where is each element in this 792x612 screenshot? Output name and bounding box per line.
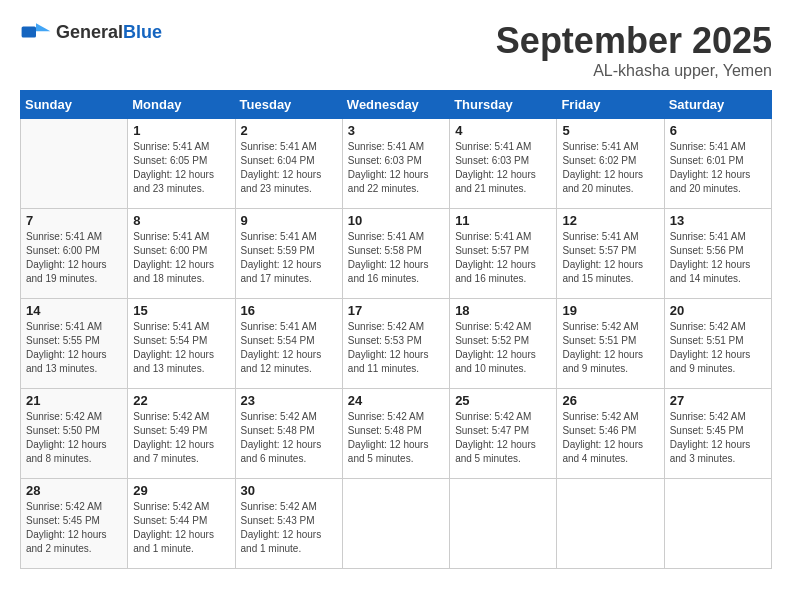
calendar-week-row: 21Sunrise: 5:42 AM Sunset: 5:50 PM Dayli… xyxy=(21,389,772,479)
calendar-cell: 19Sunrise: 5:42 AM Sunset: 5:51 PM Dayli… xyxy=(557,299,664,389)
calendar-cell: 17Sunrise: 5:42 AM Sunset: 5:53 PM Dayli… xyxy=(342,299,449,389)
calendar-body: 1Sunrise: 5:41 AM Sunset: 6:05 PM Daylig… xyxy=(21,119,772,569)
day-number: 11 xyxy=(455,213,551,228)
header-row: SundayMondayTuesdayWednesdayThursdayFrid… xyxy=(21,91,772,119)
day-info: Sunrise: 5:41 AM Sunset: 5:55 PM Dayligh… xyxy=(26,320,122,376)
calendar-cell: 30Sunrise: 5:42 AM Sunset: 5:43 PM Dayli… xyxy=(235,479,342,569)
day-info: Sunrise: 5:41 AM Sunset: 5:54 PM Dayligh… xyxy=(133,320,229,376)
calendar-cell: 20Sunrise: 5:42 AM Sunset: 5:51 PM Dayli… xyxy=(664,299,771,389)
logo: GeneralBlue xyxy=(20,20,162,44)
day-info: Sunrise: 5:42 AM Sunset: 5:51 PM Dayligh… xyxy=(562,320,658,376)
day-number: 24 xyxy=(348,393,444,408)
day-info: Sunrise: 5:42 AM Sunset: 5:45 PM Dayligh… xyxy=(26,500,122,556)
calendar-week-row: 14Sunrise: 5:41 AM Sunset: 5:55 PM Dayli… xyxy=(21,299,772,389)
day-number: 13 xyxy=(670,213,766,228)
day-number: 26 xyxy=(562,393,658,408)
day-info: Sunrise: 5:41 AM Sunset: 5:58 PM Dayligh… xyxy=(348,230,444,286)
calendar-cell xyxy=(557,479,664,569)
calendar-cell: 7Sunrise: 5:41 AM Sunset: 6:00 PM Daylig… xyxy=(21,209,128,299)
day-number: 5 xyxy=(562,123,658,138)
calendar-cell xyxy=(450,479,557,569)
calendar-cell: 29Sunrise: 5:42 AM Sunset: 5:44 PM Dayli… xyxy=(128,479,235,569)
header-day: Thursday xyxy=(450,91,557,119)
day-info: Sunrise: 5:42 AM Sunset: 5:48 PM Dayligh… xyxy=(241,410,337,466)
day-info: Sunrise: 5:41 AM Sunset: 5:59 PM Dayligh… xyxy=(241,230,337,286)
month-title: September 2025 xyxy=(496,20,772,62)
calendar-cell: 21Sunrise: 5:42 AM Sunset: 5:50 PM Dayli… xyxy=(21,389,128,479)
calendar-cell: 22Sunrise: 5:42 AM Sunset: 5:49 PM Dayli… xyxy=(128,389,235,479)
calendar-cell: 12Sunrise: 5:41 AM Sunset: 5:57 PM Dayli… xyxy=(557,209,664,299)
day-number: 16 xyxy=(241,303,337,318)
day-info: Sunrise: 5:42 AM Sunset: 5:44 PM Dayligh… xyxy=(133,500,229,556)
day-info: Sunrise: 5:41 AM Sunset: 6:00 PM Dayligh… xyxy=(26,230,122,286)
calendar-cell: 26Sunrise: 5:42 AM Sunset: 5:46 PM Dayli… xyxy=(557,389,664,479)
day-number: 2 xyxy=(241,123,337,138)
day-number: 10 xyxy=(348,213,444,228)
day-number: 1 xyxy=(133,123,229,138)
calendar-cell: 15Sunrise: 5:41 AM Sunset: 5:54 PM Dayli… xyxy=(128,299,235,389)
calendar-cell: 9Sunrise: 5:41 AM Sunset: 5:59 PM Daylig… xyxy=(235,209,342,299)
calendar-cell: 6Sunrise: 5:41 AM Sunset: 6:01 PM Daylig… xyxy=(664,119,771,209)
day-info: Sunrise: 5:41 AM Sunset: 5:56 PM Dayligh… xyxy=(670,230,766,286)
day-info: Sunrise: 5:42 AM Sunset: 5:47 PM Dayligh… xyxy=(455,410,551,466)
header-day: Monday xyxy=(128,91,235,119)
day-info: Sunrise: 5:41 AM Sunset: 6:01 PM Dayligh… xyxy=(670,140,766,196)
day-number: 21 xyxy=(26,393,122,408)
day-info: Sunrise: 5:42 AM Sunset: 5:52 PM Dayligh… xyxy=(455,320,551,376)
calendar-cell xyxy=(664,479,771,569)
day-number: 7 xyxy=(26,213,122,228)
calendar-header: SundayMondayTuesdayWednesdayThursdayFrid… xyxy=(21,91,772,119)
calendar-cell xyxy=(342,479,449,569)
calendar-week-row: 7Sunrise: 5:41 AM Sunset: 6:00 PM Daylig… xyxy=(21,209,772,299)
location-title: AL-khasha upper, Yemen xyxy=(496,62,772,80)
day-info: Sunrise: 5:42 AM Sunset: 5:46 PM Dayligh… xyxy=(562,410,658,466)
calendar-cell: 1Sunrise: 5:41 AM Sunset: 6:05 PM Daylig… xyxy=(128,119,235,209)
calendar-cell: 4Sunrise: 5:41 AM Sunset: 6:03 PM Daylig… xyxy=(450,119,557,209)
day-info: Sunrise: 5:41 AM Sunset: 5:54 PM Dayligh… xyxy=(241,320,337,376)
calendar-week-row: 1Sunrise: 5:41 AM Sunset: 6:05 PM Daylig… xyxy=(21,119,772,209)
day-info: Sunrise: 5:41 AM Sunset: 5:57 PM Dayligh… xyxy=(562,230,658,286)
day-number: 18 xyxy=(455,303,551,318)
day-number: 17 xyxy=(348,303,444,318)
header-day: Saturday xyxy=(664,91,771,119)
day-number: 14 xyxy=(26,303,122,318)
day-info: Sunrise: 5:41 AM Sunset: 6:03 PM Dayligh… xyxy=(348,140,444,196)
day-info: Sunrise: 5:41 AM Sunset: 5:57 PM Dayligh… xyxy=(455,230,551,286)
day-number: 28 xyxy=(26,483,122,498)
day-number: 15 xyxy=(133,303,229,318)
day-info: Sunrise: 5:42 AM Sunset: 5:49 PM Dayligh… xyxy=(133,410,229,466)
calendar-cell: 11Sunrise: 5:41 AM Sunset: 5:57 PM Dayli… xyxy=(450,209,557,299)
day-info: Sunrise: 5:42 AM Sunset: 5:51 PM Dayligh… xyxy=(670,320,766,376)
day-info: Sunrise: 5:42 AM Sunset: 5:50 PM Dayligh… xyxy=(26,410,122,466)
day-info: Sunrise: 5:41 AM Sunset: 6:04 PM Dayligh… xyxy=(241,140,337,196)
day-info: Sunrise: 5:42 AM Sunset: 5:48 PM Dayligh… xyxy=(348,410,444,466)
day-number: 25 xyxy=(455,393,551,408)
day-number: 9 xyxy=(241,213,337,228)
day-number: 23 xyxy=(241,393,337,408)
day-number: 6 xyxy=(670,123,766,138)
calendar-cell: 18Sunrise: 5:42 AM Sunset: 5:52 PM Dayli… xyxy=(450,299,557,389)
calendar-cell: 24Sunrise: 5:42 AM Sunset: 5:48 PM Dayli… xyxy=(342,389,449,479)
day-info: Sunrise: 5:41 AM Sunset: 6:00 PM Dayligh… xyxy=(133,230,229,286)
day-info: Sunrise: 5:41 AM Sunset: 6:02 PM Dayligh… xyxy=(562,140,658,196)
page-header: GeneralBlue September 2025 AL-khasha upp… xyxy=(20,20,772,80)
header-day: Wednesday xyxy=(342,91,449,119)
calendar-cell: 2Sunrise: 5:41 AM Sunset: 6:04 PM Daylig… xyxy=(235,119,342,209)
day-number: 12 xyxy=(562,213,658,228)
calendar-cell: 28Sunrise: 5:42 AM Sunset: 5:45 PM Dayli… xyxy=(21,479,128,569)
title-block: September 2025 AL-khasha upper, Yemen xyxy=(496,20,772,80)
calendar-cell: 27Sunrise: 5:42 AM Sunset: 5:45 PM Dayli… xyxy=(664,389,771,479)
day-number: 19 xyxy=(562,303,658,318)
calendar-week-row: 28Sunrise: 5:42 AM Sunset: 5:45 PM Dayli… xyxy=(21,479,772,569)
svg-rect-0 xyxy=(22,26,36,37)
logo-text-general: General xyxy=(56,22,123,42)
calendar-cell: 16Sunrise: 5:41 AM Sunset: 5:54 PM Dayli… xyxy=(235,299,342,389)
calendar-table: SundayMondayTuesdayWednesdayThursdayFrid… xyxy=(20,90,772,569)
calendar-cell: 8Sunrise: 5:41 AM Sunset: 6:00 PM Daylig… xyxy=(128,209,235,299)
header-day: Friday xyxy=(557,91,664,119)
logo-text-blue: Blue xyxy=(123,22,162,42)
day-info: Sunrise: 5:42 AM Sunset: 5:43 PM Dayligh… xyxy=(241,500,337,556)
day-info: Sunrise: 5:42 AM Sunset: 5:45 PM Dayligh… xyxy=(670,410,766,466)
calendar-cell: 3Sunrise: 5:41 AM Sunset: 6:03 PM Daylig… xyxy=(342,119,449,209)
day-info: Sunrise: 5:41 AM Sunset: 6:03 PM Dayligh… xyxy=(455,140,551,196)
